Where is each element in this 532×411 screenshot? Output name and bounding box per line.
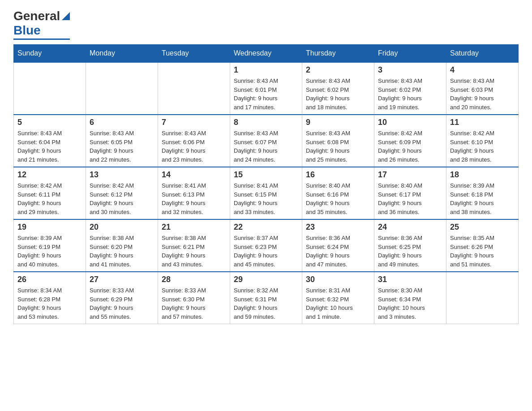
calendar-cell: 23Sunrise: 8:36 AM Sunset: 6:24 PM Dayli… [302, 219, 374, 272]
weekday-header-monday: Monday [86, 45, 158, 63]
calendar-cell: 15Sunrise: 8:41 AM Sunset: 6:15 PM Dayli… [230, 167, 302, 219]
svg-marker-0 [62, 12, 70, 20]
day-number: 14 [162, 170, 226, 180]
day-info: Sunrise: 8:43 AM Sunset: 6:06 PM Dayligh… [162, 129, 226, 164]
day-number: 3 [378, 65, 442, 75]
day-number: 1 [234, 65, 298, 75]
weekday-header-saturday: Saturday [446, 45, 519, 63]
day-info: Sunrise: 8:36 AM Sunset: 6:24 PM Dayligh… [306, 234, 370, 269]
calendar-cell: 14Sunrise: 8:41 AM Sunset: 6:13 PM Dayli… [158, 167, 230, 219]
day-number: 21 [162, 223, 226, 232]
calendar-cell: 4Sunrise: 8:43 AM Sunset: 6:03 PM Daylig… [446, 62, 519, 115]
calendar-cell: 18Sunrise: 8:39 AM Sunset: 6:18 PM Dayli… [446, 167, 519, 219]
day-info: Sunrise: 8:43 AM Sunset: 6:03 PM Dayligh… [450, 77, 515, 111]
day-number: 13 [90, 170, 154, 180]
calendar-week-5: 26Sunrise: 8:34 AM Sunset: 6:28 PM Dayli… [14, 272, 519, 324]
calendar-cell [86, 62, 158, 115]
day-number: 11 [450, 118, 515, 127]
day-info: Sunrise: 8:33 AM Sunset: 6:29 PM Dayligh… [90, 286, 154, 321]
weekday-header-sunday: Sunday [14, 45, 86, 63]
calendar-cell: 25Sunrise: 8:35 AM Sunset: 6:26 PM Dayli… [446, 219, 519, 272]
day-info: Sunrise: 8:42 AM Sunset: 6:10 PM Dayligh… [450, 129, 515, 164]
day-info: Sunrise: 8:41 AM Sunset: 6:13 PM Dayligh… [162, 181, 226, 216]
day-info: Sunrise: 8:33 AM Sunset: 6:30 PM Dayligh… [162, 286, 226, 321]
day-info: Sunrise: 8:43 AM Sunset: 6:07 PM Dayligh… [234, 129, 298, 164]
day-number: 5 [17, 118, 82, 127]
calendar-cell: 27Sunrise: 8:33 AM Sunset: 6:29 PM Dayli… [86, 272, 158, 324]
calendar-cell: 2Sunrise: 8:43 AM Sunset: 6:02 PM Daylig… [302, 62, 374, 115]
day-info: Sunrise: 8:43 AM Sunset: 6:01 PM Dayligh… [234, 77, 298, 111]
weekday-header-friday: Friday [374, 45, 446, 63]
day-info: Sunrise: 8:36 AM Sunset: 6:25 PM Dayligh… [378, 234, 442, 269]
day-info: Sunrise: 8:40 AM Sunset: 6:17 PM Dayligh… [378, 181, 442, 216]
weekday-header-thursday: Thursday [302, 45, 374, 63]
calendar-cell: 20Sunrise: 8:38 AM Sunset: 6:20 PM Dayli… [86, 219, 158, 272]
day-number: 26 [17, 275, 82, 284]
day-number: 19 [17, 223, 82, 232]
calendar-cell [14, 62, 86, 115]
day-number: 29 [234, 275, 298, 284]
calendar-cell: 16Sunrise: 8:40 AM Sunset: 6:16 PM Dayli… [302, 167, 374, 219]
day-info: Sunrise: 8:43 AM Sunset: 6:02 PM Dayligh… [378, 77, 442, 111]
day-info: Sunrise: 8:43 AM Sunset: 6:08 PM Dayligh… [306, 129, 370, 164]
day-number: 24 [378, 223, 442, 232]
calendar-week-2: 5Sunrise: 8:43 AM Sunset: 6:04 PM Daylig… [14, 115, 519, 167]
day-info: Sunrise: 8:37 AM Sunset: 6:23 PM Dayligh… [234, 234, 298, 269]
weekday-header-wednesday: Wednesday [230, 45, 302, 63]
day-info: Sunrise: 8:43 AM Sunset: 6:02 PM Dayligh… [306, 77, 370, 111]
calendar-week-1: 1Sunrise: 8:43 AM Sunset: 6:01 PM Daylig… [14, 62, 519, 115]
day-info: Sunrise: 8:32 AM Sunset: 6:31 PM Dayligh… [234, 286, 298, 321]
day-number: 18 [450, 170, 515, 180]
day-info: Sunrise: 8:30 AM Sunset: 6:34 PM Dayligh… [378, 286, 442, 321]
day-info: Sunrise: 8:42 AM Sunset: 6:09 PM Dayligh… [378, 129, 442, 164]
calendar-header-row: SundayMondayTuesdayWednesdayThursdayFrid… [14, 45, 519, 63]
day-info: Sunrise: 8:42 AM Sunset: 6:12 PM Dayligh… [90, 181, 154, 216]
logo-underline [13, 39, 70, 40]
day-number: 2 [306, 65, 370, 75]
day-number: 23 [306, 223, 370, 232]
day-number: 30 [306, 275, 370, 284]
day-number: 10 [378, 118, 442, 127]
day-number: 15 [234, 170, 298, 180]
day-info: Sunrise: 8:43 AM Sunset: 6:04 PM Dayligh… [17, 129, 82, 164]
day-info: Sunrise: 8:41 AM Sunset: 6:15 PM Dayligh… [234, 181, 298, 216]
calendar-cell: 8Sunrise: 8:43 AM Sunset: 6:07 PM Daylig… [230, 115, 302, 167]
day-info: Sunrise: 8:40 AM Sunset: 6:16 PM Dayligh… [306, 181, 370, 216]
logo-triangle-icon [62, 12, 70, 22]
day-info: Sunrise: 8:31 AM Sunset: 6:32 PM Dayligh… [306, 286, 370, 321]
calendar-cell: 19Sunrise: 8:39 AM Sunset: 6:19 PM Dayli… [14, 219, 86, 272]
logo-general-text: General [13, 9, 60, 23]
day-number: 7 [162, 118, 226, 127]
calendar-cell: 3Sunrise: 8:43 AM Sunset: 6:02 PM Daylig… [374, 62, 446, 115]
calendar-cell [158, 62, 230, 115]
calendar-cell: 22Sunrise: 8:37 AM Sunset: 6:23 PM Dayli… [230, 219, 302, 272]
calendar-week-3: 12Sunrise: 8:42 AM Sunset: 6:11 PM Dayli… [14, 167, 519, 219]
day-number: 20 [90, 223, 154, 232]
calendar-cell: 7Sunrise: 8:43 AM Sunset: 6:06 PM Daylig… [158, 115, 230, 167]
calendar-cell: 28Sunrise: 8:33 AM Sunset: 6:30 PM Dayli… [158, 272, 230, 324]
day-info: Sunrise: 8:35 AM Sunset: 6:26 PM Dayligh… [450, 234, 515, 269]
calendar-cell: 17Sunrise: 8:40 AM Sunset: 6:17 PM Dayli… [374, 167, 446, 219]
day-number: 4 [450, 65, 515, 75]
calendar-cell: 12Sunrise: 8:42 AM Sunset: 6:11 PM Dayli… [14, 167, 86, 219]
day-number: 17 [378, 170, 442, 180]
day-info: Sunrise: 8:38 AM Sunset: 6:21 PM Dayligh… [162, 234, 226, 269]
day-number: 16 [306, 170, 370, 180]
calendar-cell: 24Sunrise: 8:36 AM Sunset: 6:25 PM Dayli… [374, 219, 446, 272]
day-info: Sunrise: 8:34 AM Sunset: 6:28 PM Dayligh… [17, 286, 82, 321]
day-info: Sunrise: 8:39 AM Sunset: 6:19 PM Dayligh… [17, 234, 82, 269]
calendar-cell: 30Sunrise: 8:31 AM Sunset: 6:32 PM Dayli… [302, 272, 374, 324]
day-number: 31 [378, 275, 442, 284]
day-number: 6 [90, 118, 154, 127]
day-number: 28 [162, 275, 226, 284]
calendar-cell: 13Sunrise: 8:42 AM Sunset: 6:12 PM Dayli… [86, 167, 158, 219]
calendar-cell: 29Sunrise: 8:32 AM Sunset: 6:31 PM Dayli… [230, 272, 302, 324]
day-number: 25 [450, 223, 515, 232]
day-number: 12 [17, 170, 82, 180]
calendar-cell: 11Sunrise: 8:42 AM Sunset: 6:10 PM Dayli… [446, 115, 519, 167]
day-number: 22 [234, 223, 298, 232]
day-info: Sunrise: 8:39 AM Sunset: 6:18 PM Dayligh… [450, 181, 515, 216]
calendar-cell: 26Sunrise: 8:34 AM Sunset: 6:28 PM Dayli… [14, 272, 86, 324]
calendar-cell: 9Sunrise: 8:43 AM Sunset: 6:08 PM Daylig… [302, 115, 374, 167]
calendar-cell: 31Sunrise: 8:30 AM Sunset: 6:34 PM Dayli… [374, 272, 446, 324]
